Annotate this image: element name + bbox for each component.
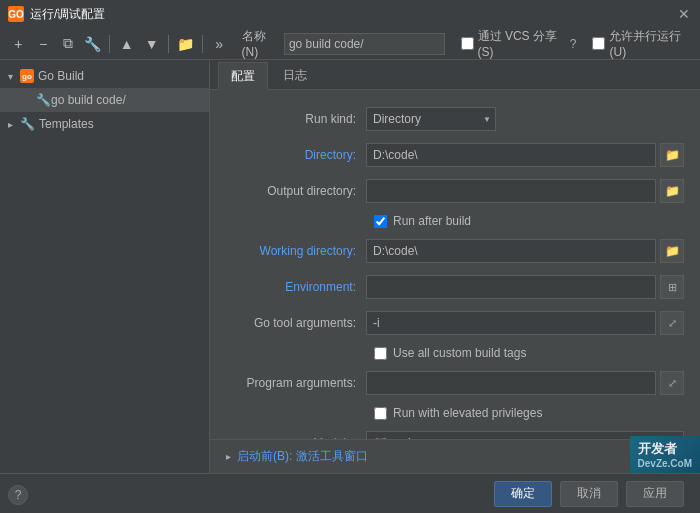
separator-1	[109, 35, 110, 53]
before-launch-section[interactable]: ▸ 启动前(B): 激活工具窗口	[210, 439, 700, 473]
tab-config[interactable]: 配置	[218, 62, 268, 90]
elevated-privileges-row: Run with elevated privileges	[226, 406, 684, 420]
go-build-icon: go	[20, 69, 34, 83]
confirm-button[interactable]: 确定	[494, 481, 552, 507]
program-args-input[interactable]	[366, 371, 656, 395]
parallel-section: 允许并行运行(U)	[592, 28, 692, 59]
name-label: 名称(N)	[242, 28, 280, 59]
sidebar: ▾ go Go Build ▸ 🔧 go build code/ ▸ 🔧 Tem…	[0, 60, 210, 473]
title-bar: GO 运行/调试配置 ✕	[0, 0, 700, 28]
environment-row: Environment: ⊞	[226, 274, 684, 300]
copy-button[interactable]: ⧉	[58, 33, 79, 55]
vcs-section: 通过 VCS 分享(S) ?	[461, 28, 577, 59]
name-input[interactable]	[284, 33, 445, 55]
output-dir-row: Output directory: 📁	[226, 178, 684, 204]
form-panel: Run kind: Directory Package File	[210, 90, 700, 439]
run-kind-row: Run kind: Directory Package File	[226, 106, 684, 132]
apply-button[interactable]: 应用	[626, 481, 684, 507]
output-dir-label: Output directory:	[226, 184, 366, 198]
custom-build-tags-checkbox[interactable]	[374, 347, 387, 360]
working-dir-folder-button[interactable]: 📁	[660, 239, 684, 263]
vcs-checkbox[interactable]	[461, 37, 474, 50]
output-dir-folder-button[interactable]: 📁	[660, 179, 684, 203]
program-args-label: Program arguments:	[226, 376, 366, 390]
settings-button[interactable]: 🔧	[83, 33, 104, 55]
directory-folder-button[interactable]: 📁	[660, 143, 684, 167]
main-panel: 配置 日志 Run kind: Directory	[210, 60, 700, 473]
sidebar-item-templates[interactable]: ▸ 🔧 Templates	[0, 112, 209, 136]
move-down-button[interactable]: ▼	[141, 33, 162, 55]
close-button[interactable]: ✕	[678, 7, 692, 21]
working-dir-input[interactable]	[366, 239, 656, 263]
program-args-row: Program arguments: ⤢	[226, 370, 684, 396]
app-icon: GO	[8, 6, 24, 22]
program-args-value: ⤢	[366, 371, 684, 395]
before-launch-label: 启动前(B): 激活工具窗口	[237, 448, 368, 465]
environment-label: Environment:	[226, 280, 366, 294]
toolbar: + − ⧉ 🔧 ▲ ▼ 📁 » 名称(N) 通过 VCS 分享(S) ? 允许并…	[0, 28, 700, 60]
run-kind-value: Directory Package File	[366, 107, 684, 131]
directory-input[interactable]	[366, 143, 656, 167]
run-after-build-row: Run after build	[226, 214, 684, 228]
custom-build-tags-row: Use all custom build tags	[226, 346, 684, 360]
config-icon: 🔧	[36, 93, 51, 107]
directory-value: 📁	[366, 143, 684, 167]
go-tool-args-label: Go tool arguments:	[226, 316, 366, 330]
environment-value: ⊞	[366, 275, 684, 299]
working-dir-label: Working directory:	[226, 244, 366, 258]
output-dir-input[interactable]	[366, 179, 656, 203]
module-row: Module: 📁 code	[226, 430, 684, 439]
parallel-checkbox[interactable]	[592, 37, 605, 50]
directory-row: Directory: 📁	[226, 142, 684, 168]
go-build-expand-icon: ▾	[8, 71, 20, 82]
footer: 确定 取消 应用	[0, 473, 700, 513]
templates-expand-icon: ▸	[8, 119, 20, 130]
run-after-build-checkbox[interactable]	[374, 215, 387, 228]
watermark-line1: 开发者	[638, 440, 692, 458]
help-button[interactable]: ?	[8, 485, 28, 505]
templates-icon: 🔧	[20, 117, 35, 131]
separator-2	[168, 35, 169, 53]
sidebar-item-go-build-code[interactable]: ▸ 🔧 go build code/	[0, 88, 209, 112]
working-dir-value: 📁	[366, 239, 684, 263]
output-dir-value: 📁	[366, 179, 684, 203]
before-launch-expand-icon: ▸	[226, 451, 231, 462]
run-kind-select-wrapper: Directory Package File	[366, 107, 496, 131]
go-build-code-label: go build code/	[51, 93, 126, 107]
directory-label: Directory:	[226, 148, 366, 162]
environment-input[interactable]	[366, 275, 656, 299]
go-tool-args-input[interactable]	[366, 311, 656, 335]
more-button[interactable]: »	[209, 33, 230, 55]
elevated-privileges-checkbox[interactable]	[374, 407, 387, 420]
custom-build-tags-label[interactable]: Use all custom build tags	[393, 346, 526, 360]
templates-label: Templates	[39, 117, 94, 131]
watermark: 开发者 DevZe.CoM	[630, 436, 700, 473]
cancel-button[interactable]: 取消	[560, 481, 618, 507]
parallel-label[interactable]: 允许并行运行(U)	[609, 28, 692, 59]
add-button[interactable]: +	[8, 33, 29, 55]
vcs-help-icon[interactable]: ?	[570, 37, 577, 51]
go-tool-args-value: ⤢	[366, 311, 684, 335]
working-dir-row: Working directory: 📁	[226, 238, 684, 264]
separator-3	[202, 35, 203, 53]
go-tool-args-row: Go tool arguments: ⤢	[226, 310, 684, 336]
tab-bar: 配置 日志	[210, 60, 700, 90]
sidebar-item-go-build[interactable]: ▾ go Go Build	[0, 64, 209, 88]
move-up-button[interactable]: ▲	[116, 33, 137, 55]
dialog-title: 运行/调试配置	[30, 6, 105, 23]
program-args-expand-button[interactable]: ⤢	[660, 371, 684, 395]
remove-button[interactable]: −	[33, 33, 54, 55]
elevated-privileges-label[interactable]: Run with elevated privileges	[393, 406, 542, 420]
environment-expand-button[interactable]: ⊞	[660, 275, 684, 299]
tab-log[interactable]: 日志	[270, 61, 320, 89]
run-kind-label: Run kind:	[226, 112, 366, 126]
vcs-label[interactable]: 通过 VCS 分享(S)	[478, 28, 566, 59]
run-after-build-label[interactable]: Run after build	[393, 214, 471, 228]
watermark-line2: DevZe.CoM	[638, 458, 692, 469]
go-tool-args-expand-button[interactable]: ⤢	[660, 311, 684, 335]
run-kind-select[interactable]: Directory Package File	[366, 107, 496, 131]
go-build-label: Go Build	[38, 69, 84, 83]
folder-button[interactable]: 📁	[175, 33, 196, 55]
